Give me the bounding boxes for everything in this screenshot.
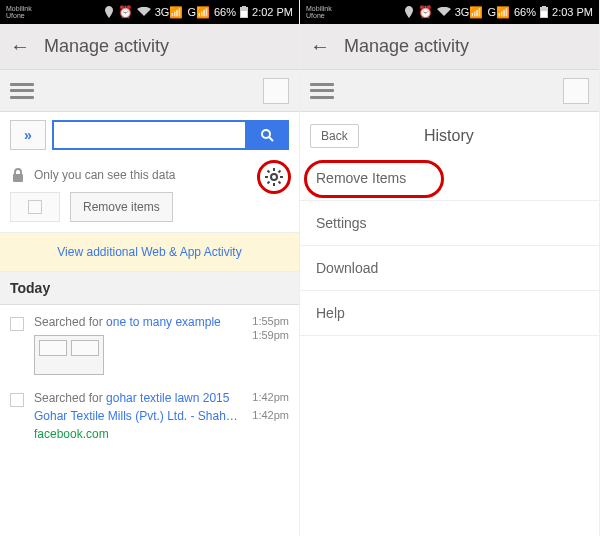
web-app-activity-banner[interactable]: View additional Web & App Activity bbox=[0, 232, 299, 272]
screen-before: Mobilink Ufone ⏰ 3G📶 G📶 66% 2:02 PM ← Ma… bbox=[0, 0, 300, 536]
gear-icon[interactable] bbox=[265, 168, 283, 186]
lock-icon bbox=[12, 168, 24, 182]
history-query-link[interactable]: one to many example bbox=[106, 315, 221, 329]
app-header: ← Manage activity bbox=[0, 24, 299, 70]
history-time: 1:59pm bbox=[252, 329, 289, 341]
svg-line-12 bbox=[279, 182, 281, 184]
search-icon bbox=[260, 128, 274, 142]
svg-line-14 bbox=[279, 171, 281, 173]
back-arrow-icon[interactable]: ← bbox=[10, 35, 30, 58]
clock: 2:02 PM bbox=[252, 6, 293, 18]
battery-icon bbox=[240, 6, 248, 18]
history-sublink-domain[interactable]: facebook.com bbox=[34, 427, 109, 441]
svg-rect-16 bbox=[542, 6, 546, 8]
alarm-icon: ⏰ bbox=[118, 5, 133, 19]
result-thumbnail[interactable] bbox=[34, 335, 104, 375]
menu-item-label: Help bbox=[316, 305, 345, 321]
network-3g-1: 3G📶 bbox=[455, 6, 484, 19]
search-row: » bbox=[0, 112, 299, 158]
highlight-circle-gear bbox=[257, 160, 291, 194]
history-text: Searched for gohar textile lawn 2015 bbox=[34, 391, 229, 405]
chrome-toolbar bbox=[300, 70, 599, 112]
svg-rect-5 bbox=[13, 174, 23, 182]
carrier-label: Mobilink Ufone bbox=[306, 5, 332, 19]
menu-item-download[interactable]: Download bbox=[300, 246, 599, 291]
blank-square bbox=[263, 78, 289, 104]
hamburger-icon[interactable] bbox=[10, 83, 34, 99]
wifi-icon bbox=[137, 7, 151, 17]
alarm-icon: ⏰ bbox=[418, 5, 433, 19]
svg-rect-1 bbox=[242, 6, 246, 8]
app-header: ← Manage activity bbox=[300, 24, 599, 70]
svg-line-4 bbox=[269, 137, 273, 141]
android-status-bar: Mobilink Ufone ⏰ 3G📶 G📶 66% 2:03 PM bbox=[300, 0, 599, 24]
history-item: Searched for gohar textile lawn 2015 1:4… bbox=[0, 381, 299, 447]
network-3g-1: 3G📶 bbox=[155, 6, 184, 19]
history-time: 1:42pm bbox=[252, 391, 289, 403]
svg-point-3 bbox=[262, 130, 270, 138]
screen-after: Mobilink Ufone ⏰ 3G📶 G📶 66% 2:03 PM ← Ma… bbox=[300, 0, 600, 536]
menu-item-help[interactable]: Help bbox=[300, 291, 599, 336]
clock: 2:03 PM bbox=[552, 6, 593, 18]
hamburger-icon[interactable] bbox=[310, 83, 334, 99]
menu-item-label: Remove Items bbox=[316, 170, 406, 186]
battery-percent: 66% bbox=[514, 6, 536, 18]
privacy-notice-row: Only you can see this data bbox=[0, 158, 299, 192]
remove-items-button[interactable]: Remove items bbox=[70, 192, 173, 222]
menu-item-label: Settings bbox=[316, 215, 367, 231]
carrier-label: Mobilink Ufone bbox=[6, 5, 32, 19]
menu-item-label: Download bbox=[316, 260, 378, 276]
location-icon bbox=[104, 6, 114, 18]
search-button[interactable] bbox=[245, 120, 289, 150]
network-3g-2: G📶 bbox=[187, 6, 210, 19]
item-checkbox[interactable] bbox=[10, 317, 24, 331]
history-query-link[interactable]: gohar textile lawn 2015 bbox=[106, 391, 229, 405]
svg-rect-2 bbox=[241, 11, 247, 17]
wifi-icon bbox=[437, 7, 451, 17]
network-3g-2: G📶 bbox=[487, 6, 510, 19]
select-all-box[interactable] bbox=[10, 192, 60, 222]
blank-square bbox=[563, 78, 589, 104]
item-checkbox[interactable] bbox=[10, 393, 24, 407]
page-title: Manage activity bbox=[344, 36, 469, 57]
menu-item-remove-items[interactable]: Remove Items bbox=[300, 156, 599, 201]
battery-icon bbox=[540, 6, 548, 18]
search-box bbox=[52, 120, 289, 150]
svg-point-6 bbox=[271, 174, 277, 180]
chrome-toolbar bbox=[0, 70, 299, 112]
history-sublink[interactable]: Gohar Textile Mills (Pvt.) Ltd. - Shah… bbox=[34, 409, 238, 423]
history-time: 1:55pm bbox=[252, 315, 289, 327]
history-time: 1:42pm bbox=[252, 409, 289, 421]
menu-item-settings[interactable]: Settings bbox=[300, 201, 599, 246]
privacy-notice-text: Only you can see this data bbox=[34, 168, 175, 182]
history-text: Searched for one to many example bbox=[34, 315, 221, 329]
bulk-actions-row: Remove items bbox=[0, 192, 299, 232]
menu-title: History bbox=[309, 127, 589, 145]
svg-line-11 bbox=[268, 171, 270, 173]
menu-header: Back History bbox=[300, 112, 599, 156]
android-status-bar: Mobilink Ufone ⏰ 3G📶 G📶 66% 2:02 PM bbox=[0, 0, 299, 24]
back-arrow-icon[interactable]: ← bbox=[310, 35, 330, 58]
page-title: Manage activity bbox=[44, 36, 169, 57]
settings-menu: Remove Items Settings Download Help bbox=[300, 156, 599, 336]
svg-rect-17 bbox=[541, 11, 547, 17]
battery-percent: 66% bbox=[214, 6, 236, 18]
location-icon bbox=[404, 6, 414, 18]
history-item: Searched for one to many example 1:55pm … bbox=[0, 305, 299, 381]
svg-line-13 bbox=[268, 182, 270, 184]
search-input[interactable] bbox=[52, 120, 245, 150]
section-heading-today: Today bbox=[0, 272, 299, 305]
expand-chevrons-icon[interactable]: » bbox=[10, 120, 46, 150]
